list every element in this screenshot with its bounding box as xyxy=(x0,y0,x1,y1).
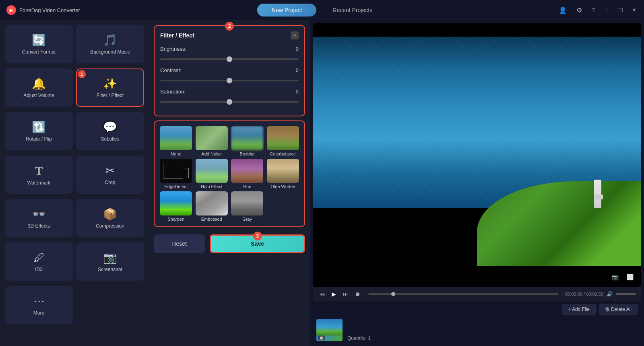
minimize-button[interactable]: − xyxy=(604,5,611,15)
screenshot-icon: 📷 xyxy=(103,251,117,264)
effect-embossed[interactable]: Embossed xyxy=(195,191,229,222)
effect-edge-detect-thumb xyxy=(160,159,192,183)
sidebar-item-screenshot[interactable]: 📷 Screenshot xyxy=(76,242,144,281)
brightness-value: 0 xyxy=(296,46,299,52)
save-button[interactable]: 3 Save xyxy=(210,234,305,253)
new-project-tab[interactable]: New Project xyxy=(257,4,316,17)
effect-add-noise[interactable]: Add Noise xyxy=(195,126,229,156)
video-lighthouse-top xyxy=(594,195,603,199)
recent-projects-tab[interactable]: Recent Projects xyxy=(318,4,387,17)
effect-edge-detect[interactable]: EdgeDetect xyxy=(159,159,193,189)
camera-capture-icon[interactable]: 📷 xyxy=(609,272,621,282)
total-time: 00:02:59 xyxy=(586,292,603,296)
convert-format-icon: 🔄 xyxy=(32,33,46,47)
sidebar-item-more[interactable]: ⋯ More xyxy=(5,286,73,324)
effect-sharpen-thumb xyxy=(160,191,192,215)
close-button[interactable]: × xyxy=(631,5,638,15)
brightness-slider[interactable] xyxy=(160,58,299,60)
stop-button[interactable]: ⏺ xyxy=(353,290,362,298)
sidebar-item-filter-effect[interactable]: 1 ✨ Filter / Effect xyxy=(76,68,144,107)
id3-label: ID3 xyxy=(35,267,43,272)
subtitles-label: Subtitles xyxy=(101,136,119,142)
frame-icon[interactable]: ⬜ xyxy=(624,272,636,282)
sidebar-item-background-music[interactable]: 🎵 Background Music xyxy=(76,25,144,63)
sidebar-item-rotate-flip[interactable]: 🔃 Rotate / Flip xyxy=(5,112,73,150)
contrast-slider[interactable] xyxy=(160,80,299,81)
effect-boxblur-label: Boxblur xyxy=(240,151,255,156)
effect-hue-label: Hue xyxy=(243,184,251,189)
sidebar-item-adjust-volume[interactable]: 🔔 Adjust Volume xyxy=(5,68,73,107)
compression-label: Compression xyxy=(96,223,124,229)
effect-boxblur-thumb xyxy=(231,126,263,150)
effect-add-noise-label: Add Noise xyxy=(201,151,222,156)
maximize-button[interactable]: □ xyxy=(617,5,624,15)
sidebar-item-filter-wrapper: 1 ✨ Filter / Effect xyxy=(76,68,144,109)
file-thumb-image xyxy=(316,319,343,336)
subtitles-icon: 💬 xyxy=(103,120,117,134)
effect-halo-effect-thumb xyxy=(196,159,228,183)
video-controls: ⏮ ▶ ⏭ ⏺ 00:00:00 / 00:02:59 🔊 xyxy=(313,287,641,301)
skip-back-button[interactable]: ⏮ xyxy=(318,290,327,298)
sidebar-item-compression[interactable]: 📦 Compression xyxy=(76,199,144,237)
logo-icon: ▶ xyxy=(6,5,16,15)
settings-icon[interactable]: ⚙ xyxy=(575,5,584,16)
effect-add-noise-thumb xyxy=(196,126,228,150)
current-time: 00:00:00 xyxy=(565,292,582,296)
sidebar-item-id3[interactable]: 🖊 ID3 xyxy=(5,242,73,281)
play-button[interactable]: ▶ xyxy=(330,290,338,298)
effect-halo-effect-label: Halo Effect xyxy=(201,184,223,189)
main-layout: 🔄 Convert Format 🎵 Background Music 🔔 Ad… xyxy=(0,20,644,346)
rotate-flip-icon: 🔃 xyxy=(32,120,46,134)
saturation-row: Saturation: 0 xyxy=(160,89,299,104)
filter-panel-header: Filter / Effect × xyxy=(160,31,299,39)
effect-olde-worlde-label: Olde Worlde xyxy=(270,184,295,189)
brightness-row: Brightness: 0 xyxy=(160,46,299,62)
effect-gray-thumb xyxy=(231,191,263,215)
video-lighthouse-body xyxy=(594,180,601,208)
sidebar-item-3d-effects[interactable]: 👓 3D Effects xyxy=(5,199,73,237)
sidebar-item-convert-format[interactable]: 🔄 Convert Format xyxy=(5,25,73,63)
effect-boxblur[interactable]: Boxblur xyxy=(231,126,264,156)
background-music-icon: 🎵 xyxy=(103,33,117,47)
add-file-button[interactable]: + Add File xyxy=(562,304,596,315)
delete-all-button[interactable]: 🗑 Delete All xyxy=(599,304,638,315)
menu-icon[interactable]: ≡ xyxy=(590,5,597,15)
effects-section: None Add Noise Boxblur Colorbalance xyxy=(154,120,305,227)
effect-edge-detect-label: EdgeDetect xyxy=(165,184,188,189)
effect-none[interactable]: None xyxy=(159,126,193,156)
file-thumbnail[interactable]: 🏠 xyxy=(316,319,343,341)
none-scene xyxy=(160,126,192,150)
skip-forward-button[interactable]: ⏭ xyxy=(341,290,350,298)
effect-hue[interactable]: Hue xyxy=(231,159,264,189)
reset-button[interactable]: Reset xyxy=(154,234,205,253)
time-display: 00:00:00 / 00:02:59 xyxy=(565,292,603,296)
compression-icon: 📦 xyxy=(103,207,117,221)
effect-halo-effect[interactable]: Halo Effect xyxy=(195,159,229,189)
timeline[interactable] xyxy=(368,293,559,295)
volume-bar[interactable] xyxy=(616,293,636,295)
effect-none-thumb xyxy=(160,126,192,150)
effect-sharpen[interactable]: Sharpen xyxy=(159,191,193,222)
bottom-buttons: Reset 3 Save xyxy=(154,234,305,253)
adjust-volume-label: Adjust Volume xyxy=(23,93,54,98)
right-panel: 📷 ⬜ ⏮ ▶ ⏭ ⏺ 00:00:00 / 00:02:59 🔊 + Add … xyxy=(310,20,644,346)
contrast-label: Contrast: xyxy=(160,67,182,73)
background-music-label: Background Music xyxy=(90,49,130,55)
sidebar-item-subtitles[interactable]: 💬 Subtitles xyxy=(76,112,144,150)
3d-effects-icon: 👓 xyxy=(32,207,46,221)
sidebar-item-watermark[interactable]: T Watermark xyxy=(5,155,73,194)
more-label: More xyxy=(33,310,44,316)
saturation-slider[interactable] xyxy=(160,101,299,103)
effect-olde-worlde[interactable]: Olde Worlde xyxy=(266,159,300,189)
app-logo: ▶ FoneDog Video Converter xyxy=(6,5,80,15)
convert-format-label: Convert Format xyxy=(22,49,56,55)
user-icon[interactable]: 👤 xyxy=(557,5,568,16)
filter-panel-close[interactable]: × xyxy=(291,31,299,39)
save-badge: 3 xyxy=(253,232,262,240)
watermark-label: Watermark xyxy=(27,180,50,186)
quantity-display: Quantity: 1 xyxy=(347,336,371,341)
effect-colorbalance[interactable]: Colorbalance xyxy=(266,126,300,156)
effect-gray[interactable]: Gray xyxy=(231,191,264,222)
sidebar-item-crop[interactable]: ✂ Crop xyxy=(76,155,144,194)
effect-colorbalance-label: Colorbalance xyxy=(270,151,296,156)
